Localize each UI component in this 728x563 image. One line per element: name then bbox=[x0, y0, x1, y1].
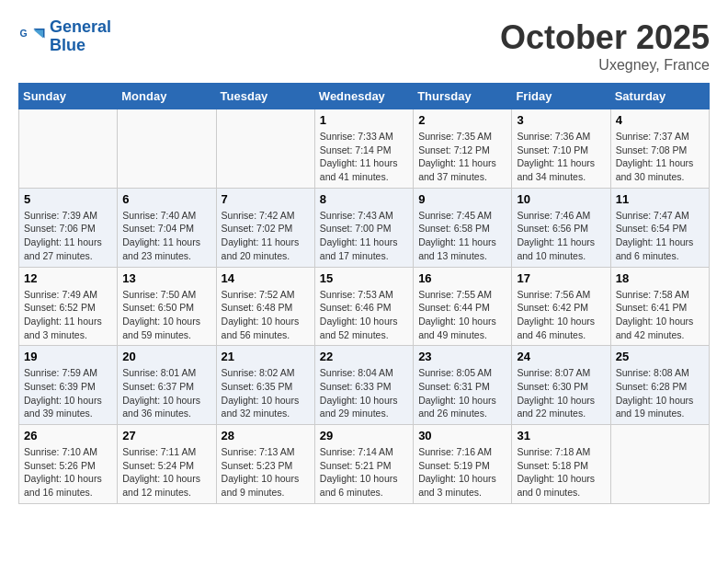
calendar-cell bbox=[118, 109, 216, 189]
day-info: Sunrise: 8:05 AMSunset: 6:31 PMDaylight:… bbox=[418, 366, 506, 420]
day-number: 21 bbox=[222, 350, 310, 363]
col-header-saturday: Saturday bbox=[610, 84, 709, 109]
day-info: Sunrise: 7:46 AMSunset: 6:56 PMDaylight:… bbox=[517, 209, 605, 263]
day-number: 7 bbox=[222, 192, 310, 206]
day-info: Sunrise: 8:02 AMSunset: 6:35 PMDaylight:… bbox=[222, 366, 310, 420]
logo-general: General bbox=[50, 17, 111, 36]
day-info: Sunrise: 7:14 AMSunset: 5:21 PMDaylight:… bbox=[320, 445, 408, 500]
day-info: Sunrise: 7:35 AMSunset: 7:12 PMDaylight:… bbox=[418, 130, 506, 184]
day-number: 3 bbox=[517, 113, 605, 127]
calendar-header-row: SundayMondayTuesdayWednesdayThursdayFrid… bbox=[19, 84, 710, 109]
calendar-cell: 29Sunrise: 7:14 AMSunset: 5:21 PMDayligh… bbox=[314, 425, 413, 504]
calendar-cell: 7Sunrise: 7:42 AMSunset: 7:02 PMDaylight… bbox=[216, 188, 314, 267]
day-number: 11 bbox=[616, 192, 704, 206]
calendar-cell: 15Sunrise: 7:53 AMSunset: 6:46 PMDayligh… bbox=[314, 267, 413, 346]
calendar-week-row: 12Sunrise: 7:49 AMSunset: 6:52 PMDayligh… bbox=[19, 267, 710, 346]
calendar-cell: 11Sunrise: 7:47 AMSunset: 6:54 PMDayligh… bbox=[610, 188, 709, 267]
calendar-cell: 18Sunrise: 7:58 AMSunset: 6:41 PMDayligh… bbox=[610, 267, 709, 346]
day-number: 17 bbox=[517, 271, 605, 285]
calendar-cell: 6Sunrise: 7:40 AMSunset: 7:04 PMDaylight… bbox=[118, 188, 216, 267]
day-info: Sunrise: 7:18 AMSunset: 5:18 PMDaylight:… bbox=[517, 445, 605, 500]
day-number: 20 bbox=[122, 350, 210, 363]
day-info: Sunrise: 7:43 AMSunset: 7:00 PMDaylight:… bbox=[320, 209, 408, 263]
day-info: Sunrise: 7:52 AMSunset: 6:48 PMDaylight:… bbox=[222, 288, 310, 342]
day-info: Sunrise: 7:36 AMSunset: 7:10 PMDaylight:… bbox=[517, 130, 605, 184]
day-info: Sunrise: 7:11 AMSunset: 5:24 PMDaylight:… bbox=[122, 445, 210, 500]
day-number: 22 bbox=[320, 350, 408, 363]
calendar-cell: 25Sunrise: 8:08 AMSunset: 6:28 PMDayligh… bbox=[610, 346, 709, 425]
calendar-table: SundayMondayTuesdayWednesdayThursdayFrid… bbox=[18, 83, 710, 504]
day-number: 27 bbox=[122, 429, 210, 442]
day-number: 23 bbox=[418, 350, 506, 363]
day-number: 2 bbox=[418, 113, 506, 127]
day-number: 18 bbox=[616, 271, 704, 285]
calendar-cell bbox=[216, 109, 314, 189]
calendar-cell: 28Sunrise: 7:13 AMSunset: 5:23 PMDayligh… bbox=[216, 425, 314, 504]
day-info: Sunrise: 7:45 AMSunset: 6:58 PMDaylight:… bbox=[418, 209, 506, 263]
calendar-cell: 20Sunrise: 8:01 AMSunset: 6:37 PMDayligh… bbox=[118, 346, 216, 425]
day-number: 28 bbox=[222, 429, 310, 442]
calendar-cell: 3Sunrise: 7:36 AMSunset: 7:10 PMDaylight… bbox=[512, 109, 610, 189]
day-info: Sunrise: 7:58 AMSunset: 6:41 PMDaylight:… bbox=[616, 288, 704, 342]
day-info: Sunrise: 8:01 AMSunset: 6:37 PMDaylight:… bbox=[122, 366, 210, 420]
calendar-cell: 22Sunrise: 8:04 AMSunset: 6:33 PMDayligh… bbox=[314, 346, 413, 425]
col-header-thursday: Thursday bbox=[414, 84, 512, 109]
day-info: Sunrise: 8:08 AMSunset: 6:28 PMDaylight:… bbox=[616, 366, 704, 420]
calendar-cell: 17Sunrise: 7:56 AMSunset: 6:42 PMDayligh… bbox=[512, 267, 610, 346]
col-header-wednesday: Wednesday bbox=[314, 84, 413, 109]
calendar-cell: 8Sunrise: 7:43 AMSunset: 7:00 PMDaylight… bbox=[314, 188, 413, 267]
calendar-cell: 4Sunrise: 7:37 AMSunset: 7:08 PMDaylight… bbox=[610, 109, 709, 189]
day-number: 13 bbox=[122, 271, 210, 285]
day-number: 26 bbox=[24, 429, 112, 442]
day-info: Sunrise: 7:10 AMSunset: 5:26 PMDaylight:… bbox=[24, 445, 112, 500]
calendar-cell: 24Sunrise: 8:07 AMSunset: 6:30 PMDayligh… bbox=[512, 346, 610, 425]
day-info: Sunrise: 7:47 AMSunset: 6:54 PMDaylight:… bbox=[616, 209, 704, 263]
day-number: 12 bbox=[24, 271, 112, 285]
day-number: 16 bbox=[418, 271, 506, 285]
day-info: Sunrise: 8:07 AMSunset: 6:30 PMDaylight:… bbox=[517, 366, 605, 420]
day-info: Sunrise: 7:13 AMSunset: 5:23 PMDaylight:… bbox=[222, 445, 310, 500]
month-title: October 2025 bbox=[500, 18, 710, 57]
day-number: 29 bbox=[320, 429, 408, 442]
col-header-tuesday: Tuesday bbox=[216, 84, 314, 109]
day-info: Sunrise: 7:56 AMSunset: 6:42 PMDaylight:… bbox=[517, 288, 605, 342]
day-info: Sunrise: 7:42 AMSunset: 7:02 PMDaylight:… bbox=[222, 209, 310, 263]
day-number: 9 bbox=[418, 192, 506, 206]
calendar-cell: 30Sunrise: 7:16 AMSunset: 5:19 PMDayligh… bbox=[414, 425, 512, 504]
calendar-week-row: 1Sunrise: 7:33 AMSunset: 7:14 PMDaylight… bbox=[19, 109, 710, 189]
col-header-sunday: Sunday bbox=[19, 84, 118, 109]
calendar-cell: 1Sunrise: 7:33 AMSunset: 7:14 PMDaylight… bbox=[314, 109, 413, 189]
day-info: Sunrise: 7:37 AMSunset: 7:08 PMDaylight:… bbox=[616, 130, 704, 184]
calendar-cell: 5Sunrise: 7:39 AMSunset: 7:06 PMDaylight… bbox=[19, 188, 118, 267]
calendar-cell: 12Sunrise: 7:49 AMSunset: 6:52 PMDayligh… bbox=[19, 267, 118, 346]
calendar-week-row: 19Sunrise: 7:59 AMSunset: 6:39 PMDayligh… bbox=[19, 346, 710, 425]
day-number: 4 bbox=[616, 113, 704, 127]
day-number: 31 bbox=[517, 429, 605, 442]
day-info: Sunrise: 7:53 AMSunset: 6:46 PMDaylight:… bbox=[320, 288, 408, 342]
day-number: 5 bbox=[24, 192, 112, 206]
day-info: Sunrise: 7:59 AMSunset: 6:39 PMDaylight:… bbox=[24, 366, 112, 420]
day-number: 1 bbox=[320, 113, 408, 127]
calendar-cell: 9Sunrise: 7:45 AMSunset: 6:58 PMDaylight… bbox=[414, 188, 512, 267]
calendar-cell bbox=[610, 425, 709, 504]
day-info: Sunrise: 7:40 AMSunset: 7:04 PMDaylight:… bbox=[122, 209, 210, 263]
calendar-cell: 31Sunrise: 7:18 AMSunset: 5:18 PMDayligh… bbox=[512, 425, 610, 504]
svg-text:G: G bbox=[20, 28, 28, 39]
calendar-cell: 2Sunrise: 7:35 AMSunset: 7:12 PMDaylight… bbox=[414, 109, 512, 189]
day-number: 15 bbox=[320, 271, 408, 285]
col-header-friday: Friday bbox=[512, 84, 610, 109]
page-header: G General Blue October 2025 Uxegney, Fra… bbox=[18, 18, 710, 74]
logo-blue: Blue bbox=[50, 36, 85, 54]
calendar-cell: 19Sunrise: 7:59 AMSunset: 6:39 PMDayligh… bbox=[19, 346, 118, 425]
calendar-cell: 13Sunrise: 7:50 AMSunset: 6:50 PMDayligh… bbox=[118, 267, 216, 346]
day-number: 25 bbox=[616, 350, 704, 363]
calendar-cell: 14Sunrise: 7:52 AMSunset: 6:48 PMDayligh… bbox=[216, 267, 314, 346]
title-block: October 2025 Uxegney, France bbox=[500, 18, 710, 74]
day-info: Sunrise: 8:04 AMSunset: 6:33 PMDaylight:… bbox=[320, 366, 408, 420]
day-number: 19 bbox=[24, 350, 112, 363]
day-info: Sunrise: 7:50 AMSunset: 6:50 PMDaylight:… bbox=[122, 288, 210, 342]
calendar-cell: 16Sunrise: 7:55 AMSunset: 6:44 PMDayligh… bbox=[414, 267, 512, 346]
calendar-cell bbox=[19, 109, 118, 189]
calendar-cell: 26Sunrise: 7:10 AMSunset: 5:26 PMDayligh… bbox=[19, 425, 118, 504]
day-number: 8 bbox=[320, 192, 408, 206]
